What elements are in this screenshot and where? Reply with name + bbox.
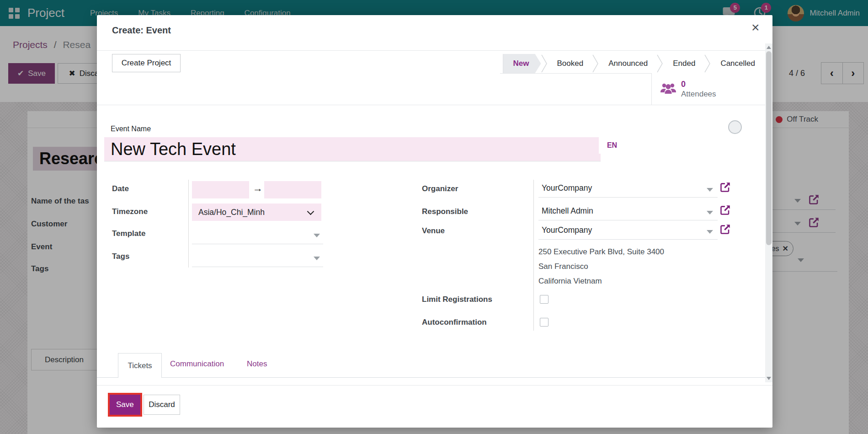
stage-chevron-icon	[592, 54, 599, 73]
timezone-select[interactable]: Asia/Ho_Chi_Minh	[192, 204, 321, 221]
event-name-input[interactable]: New Tech Event	[104, 137, 601, 161]
date-start-input[interactable]	[192, 181, 249, 198]
limit-registrations-checkbox[interactable]	[540, 295, 548, 304]
scroll-down-icon[interactable]	[767, 377, 771, 380]
create-project-button[interactable]: Create Project	[112, 54, 181, 72]
stage-announced[interactable]: Announced	[599, 54, 657, 73]
external-link-icon[interactable]	[719, 181, 731, 193]
chevron-down-icon[interactable]	[314, 257, 320, 260]
tab-notes[interactable]: Notes	[247, 359, 267, 369]
attendees-group-icon	[660, 82, 676, 96]
external-link-icon[interactable]	[719, 204, 731, 216]
field-underline	[104, 161, 601, 161]
screen: Project Projects My Tasks Reporting Conf…	[0, 0, 868, 434]
timezone-label: Timezone	[112, 207, 148, 216]
autoconfirmation-label: Autoconfirmation	[422, 318, 487, 327]
autoconfirmation-checkbox[interactable]	[540, 318, 548, 327]
modal-save-button[interactable]: Save	[110, 395, 140, 415]
create-event-modal: Create: Event × Create Project New Booke…	[97, 15, 772, 428]
address-line-2: San Francisco	[538, 259, 664, 274]
attendees-label: Attendees	[681, 89, 716, 99]
organizer-label: Organizer	[422, 184, 458, 193]
notebook-tabs: Tickets Communication Notes	[97, 353, 772, 378]
tab-tickets[interactable]: Tickets	[118, 353, 162, 378]
address-line-1: 250 Executive Park Blvd, Suite 3400	[538, 245, 664, 259]
translation-badge[interactable]: EN	[599, 137, 625, 154]
stage-chevron-icon	[704, 54, 711, 73]
stage-new[interactable]: New	[503, 54, 541, 73]
chevron-down-icon[interactable]	[314, 234, 320, 237]
tab-communication[interactable]: Communication	[170, 359, 224, 369]
stage-ended[interactable]: Ended	[664, 54, 704, 73]
kanban-state-circle[interactable]	[728, 120, 742, 134]
field-underline	[538, 220, 718, 220]
field-underline	[538, 239, 718, 240]
limit-registrations-label: Limit Registrations	[422, 295, 492, 304]
organizer-value[interactable]: YourCompany	[542, 183, 592, 193]
attendees-stat-button[interactable]: 0 Attendees	[651, 73, 772, 105]
divider	[188, 180, 189, 268]
responsible-label: Responsible	[422, 207, 468, 216]
divider	[97, 385, 772, 386]
template-input-underline[interactable]	[192, 244, 323, 244]
divider	[97, 105, 772, 105]
template-label: Template	[112, 229, 145, 238]
modal-scrollbar[interactable]	[765, 43, 772, 382]
event-name-label: Event Name	[111, 125, 151, 133]
divider	[533, 180, 534, 331]
external-link-icon[interactable]	[719, 223, 731, 235]
venue-value[interactable]: YourCompany	[542, 225, 592, 235]
tags-label: Tags	[112, 252, 129, 261]
divider	[97, 50, 772, 51]
arrow-right-icon: →	[253, 182, 263, 194]
address-line-3: California Vietnam	[538, 274, 664, 289]
date-end-input[interactable]	[264, 181, 321, 198]
stage-booked[interactable]: Booked	[548, 54, 593, 73]
stage-statusbar: New Booked Announced Ended Cancelled	[503, 54, 764, 73]
modal-title: Create: Event	[112, 25, 171, 36]
modal-discard-button[interactable]: Discard	[144, 395, 180, 415]
stage-chevron-icon	[541, 54, 548, 73]
field-underline	[538, 197, 718, 198]
stage-cancelled[interactable]: Cancelled	[711, 54, 764, 73]
stage-chevron-icon	[657, 54, 664, 73]
responsible-value[interactable]: Mitchell Admin	[542, 206, 593, 216]
date-label: Date	[112, 184, 129, 193]
chevron-down-icon[interactable]	[707, 230, 713, 234]
chevron-down-icon[interactable]	[707, 211, 713, 214]
scrollbar-thumb[interactable]	[766, 51, 772, 245]
attendees-count: 0	[681, 79, 716, 89]
scroll-up-icon[interactable]	[767, 46, 771, 49]
venue-address: 250 Executive Park Blvd, Suite 3400 San …	[538, 245, 664, 289]
divider	[500, 73, 651, 74]
close-icon[interactable]: ×	[751, 21, 760, 34]
chevron-down-icon[interactable]	[707, 188, 713, 192]
tags-input-underline[interactable]	[192, 267, 323, 267]
venue-label: Venue	[422, 226, 445, 236]
